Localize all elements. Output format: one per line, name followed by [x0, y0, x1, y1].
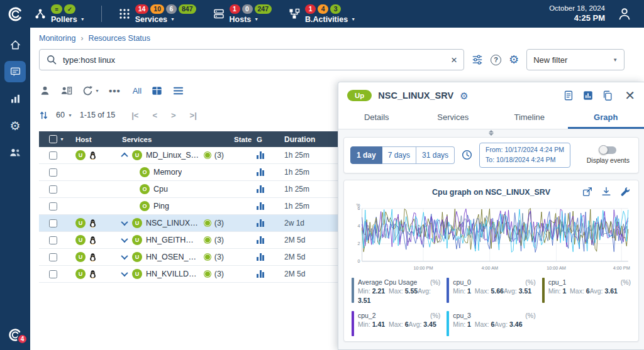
resource-name[interactable]: NSC_LINUX_SRV [146, 219, 199, 227]
host-group-view-icon[interactable] [60, 85, 72, 97]
header-state[interactable]: State [224, 136, 257, 143]
sidebar-item-home[interactable] [4, 34, 26, 55]
resource-name[interactable]: HN_KVILLDAL_SRV [146, 270, 199, 278]
tab-graph[interactable]: Graph [568, 107, 644, 129]
last-page-button[interactable]: >| [190, 111, 197, 120]
display-events-toggle[interactable] [599, 146, 616, 154]
graph-icon[interactable] [257, 168, 264, 176]
list-view-icon[interactable] [172, 85, 184, 97]
services-critical-badge[interactable]: 14 [135, 4, 149, 14]
row-checkbox[interactable] [49, 202, 57, 211]
chevron-down-icon[interactable] [121, 236, 128, 243]
wrench-settings-icon[interactable] [619, 186, 631, 197]
sidebar-item-monitoring[interactable] [4, 61, 26, 82]
hosts-unreachable-badge[interactable]: 0 [242, 4, 253, 14]
services-ok-badge[interactable]: 847 [179, 4, 196, 14]
tab-timeline[interactable]: Timeline [491, 107, 568, 129]
rows-per-page-select[interactable]: 60 ▼ [56, 111, 72, 119]
prev-page-button[interactable]: < [152, 111, 157, 120]
graph-icon[interactable] [257, 151, 264, 159]
chevron-down-icon[interactable] [121, 219, 128, 226]
graph-icon[interactable] [257, 236, 264, 244]
search-input[interactable] [63, 55, 445, 65]
row-checkbox[interactable] [49, 219, 57, 227]
help-icon[interactable]: ? [491, 55, 501, 65]
sidebar-centreon-logo[interactable]: 4 [8, 327, 23, 342]
chevron-down-icon[interactable] [121, 270, 128, 276]
bactivities-menu[interactable]: 1 4 3 B.Activities▼ [288, 4, 355, 24]
custom-time-range[interactable]: From: 10/17/2024 4:24 PM To: 10/18/2024 … [479, 143, 570, 168]
sidebar-item-configuration[interactable]: ⚙ [4, 115, 26, 136]
header-graph[interactable]: G [257, 136, 275, 143]
row-checkbox[interactable] [49, 270, 57, 278]
resource-name[interactable]: MD_Linux_Server [146, 151, 199, 160]
resource-name[interactable]: HN_OSEN_SRV [146, 253, 199, 261]
resource-name[interactable]: Ping [153, 202, 169, 211]
host-view-icon[interactable] [39, 85, 51, 97]
legend-item[interactable]: cpu_3(%)Min: 1 Max: 6Avg: 3.46 [447, 311, 535, 336]
services-unknown-badge[interactable]: 6 [166, 4, 177, 14]
graph-icon[interactable] [257, 253, 264, 261]
header-duration[interactable]: Duration [275, 135, 332, 144]
next-page-button[interactable]: > [171, 111, 176, 120]
settings-gear-icon[interactable]: ⚙ [509, 54, 519, 65]
graph-icon[interactable] [257, 202, 264, 210]
sidebar-item-reporting[interactable] [4, 88, 26, 109]
ba-warning-badge[interactable]: 4 [318, 4, 328, 14]
download-csv-icon[interactable] [601, 186, 612, 197]
resource-name[interactable]: HN_GEITHUS_SRV [146, 236, 199, 244]
services-menu[interactable]: 14 10 6 847 Services▼ [118, 4, 196, 24]
header-host[interactable]: Host [63, 136, 108, 143]
hosts-down-badge[interactable]: 1 [230, 4, 240, 14]
row-checkbox[interactable] [49, 185, 57, 194]
export-graph-icon[interactable] [582, 186, 593, 197]
legend-item[interactable]: cpu_0(%)Min: 1 Max: 5.66Avg: 3.51 [447, 278, 535, 305]
copy-link-icon[interactable] [602, 90, 613, 101]
breadcrumb-monitoring[interactable]: Monitoring [39, 34, 75, 43]
sidebar-item-administration[interactable] [4, 142, 26, 163]
graph-icon[interactable] [257, 270, 264, 278]
row-checkbox[interactable] [49, 168, 57, 177]
cpu-line-chart[interactable]: 024610:00 PM4:00 AM10:00 AM4:00 PM% [350, 202, 632, 272]
resource-settings-gear-icon[interactable]: ⚙ [460, 91, 468, 101]
header-services[interactable]: Services [108, 136, 224, 143]
filter-options-icon[interactable] [472, 54, 483, 65]
resource-name[interactable]: Cpu [153, 185, 168, 194]
select-all-checkbox[interactable] [49, 135, 57, 143]
time-button-31days[interactable]: 31 days [416, 146, 455, 164]
close-panel-icon[interactable]: ✕ [625, 89, 635, 102]
panel-resize-handle[interactable] [489, 130, 494, 136]
resource-name[interactable]: Memory [153, 168, 182, 177]
compact-view-icon[interactable] [151, 85, 163, 97]
graph-icon[interactable] [257, 219, 264, 227]
refresh-button[interactable]: ▼ [82, 85, 99, 97]
graph-icon[interactable] [257, 185, 264, 193]
user-profile-button[interactable] [615, 4, 634, 23]
time-button-7days[interactable]: 7 days [382, 146, 416, 164]
notes-icon[interactable] [563, 90, 574, 101]
clear-search-icon[interactable]: × [451, 55, 457, 65]
legend-item[interactable]: Average Cpu Usage(%)Min: 2.21 Max: 5.55A… [352, 278, 440, 305]
sort-updown-icon[interactable] [39, 110, 48, 121]
notification-badge[interactable]: 4 [17, 334, 28, 344]
hosts-up-badge[interactable]: 247 [255, 4, 272, 14]
row-checkbox[interactable] [49, 253, 57, 261]
row-checkbox[interactable] [49, 236, 57, 244]
pollers-menu[interactable]: ≡ ✓ Pollers▼ [34, 4, 85, 24]
search-box[interactable]: × [39, 49, 464, 70]
services-warning-badge[interactable]: 10 [150, 4, 164, 14]
legend-item[interactable]: cpu_2(%)Min: 1.41 Max: 6Avg: 3.45 [352, 311, 440, 336]
tab-details[interactable]: Details [338, 107, 415, 129]
performance-graph-icon[interactable] [582, 90, 594, 101]
hosts-menu[interactable]: 1 0 247 Hosts▼ [213, 4, 272, 24]
time-button-1day[interactable]: 1 day [350, 146, 382, 164]
all-filter-link[interactable]: All [133, 86, 142, 96]
centreon-logo-icon[interactable] [0, 6, 30, 23]
breadcrumb-resources-status[interactable]: Resources Status [88, 34, 150, 43]
chevron-up-icon[interactable] [121, 153, 128, 160]
first-page-button[interactable]: |< [131, 111, 138, 120]
more-actions-icon[interactable]: ••• [109, 85, 121, 96]
legend-item[interactable]: cpu_1(%)Min: 1 Max: 6Avg: 3.61 [542, 278, 631, 305]
chevron-down-icon[interactable] [121, 253, 128, 260]
row-checkbox[interactable] [49, 151, 57, 160]
